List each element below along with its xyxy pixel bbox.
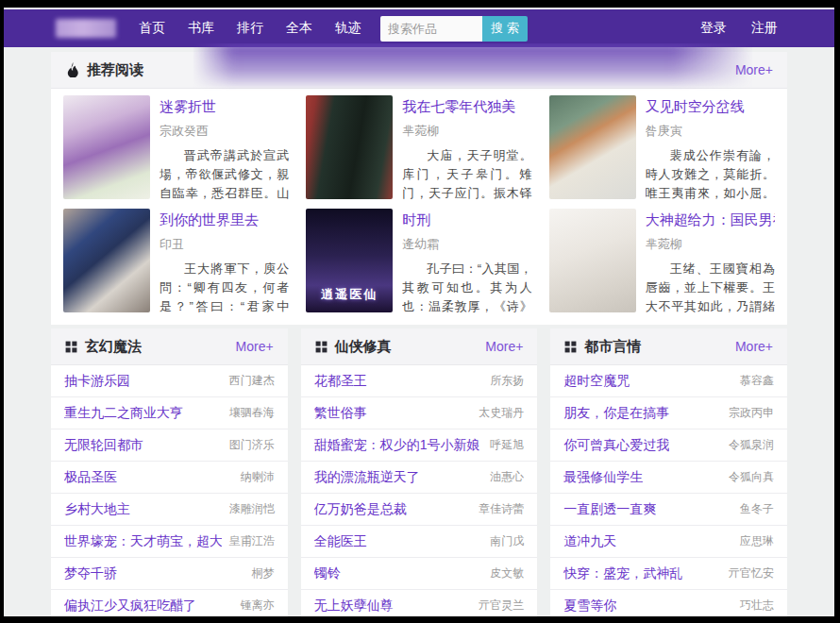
grid-icon [564, 341, 577, 353]
book-link[interactable]: 夏雪等你 [563, 598, 616, 615]
book-cover[interactable] [549, 209, 636, 312]
book-title[interactable]: 又见时空分岔线 [646, 98, 775, 116]
book-link[interactable]: 全能医王 [314, 533, 367, 550]
recommended-header: 推荐阅读 More+ [51, 52, 787, 89]
book-link[interactable]: 偏执江少又疯狂吃醋了 [64, 598, 196, 615]
book-link[interactable]: 无限轮回都市 [64, 437, 143, 454]
main-content: 推荐阅读 More+ 迷雾折世 宗政癸酉 晋武帝講武於宣武場，帝欲偃武修文，親自… [51, 52, 787, 616]
category-card-xuanhuan: 玄幻魔法 More+ 抽卡游乐园 西门建杰 重生九二之商业大亨 壤驷春海 无限轮… [51, 328, 288, 616]
book-author: 西门建杰 [229, 373, 275, 389]
login-link[interactable]: 登录 [700, 20, 727, 37]
list-item: 乡村大地主 漆雕润恺 [51, 494, 288, 526]
list-item: 你可曾真心爱过我 令狐泉润 [550, 429, 787, 462]
book-title[interactable]: 时刑 [402, 211, 531, 229]
book-cover[interactable]: 逍遥医仙 [306, 209, 393, 312]
category-title: 仙侠修真 [335, 338, 392, 356]
nav-item-ranking[interactable]: 排行 [237, 20, 263, 37]
book-title[interactable]: 到你的世界里去 [160, 211, 289, 229]
site-logo[interactable] [56, 19, 116, 38]
book-desc: 裴成公作崇有論，時人攻難之，莫能折。唯王夷甫來，如小屈。時人即以王理難裴， [646, 146, 775, 203]
top-nav: 首页 书库 排行 全本 轨迹 搜 索 登录 注册 [4, 9, 834, 47]
list-item: 我的漂流瓶逆天了 油惠心 [301, 462, 538, 494]
nav-links: 首页 书库 排行 全本 轨迹 [139, 20, 361, 37]
book-cover[interactable] [549, 95, 636, 199]
recommended-section: 推荐阅读 More+ 迷雾折世 宗政癸酉 晋武帝講武於宣武場，帝欲偃武修文，親自… [51, 52, 787, 325]
category-more-link[interactable]: More+ [236, 339, 274, 354]
nav-item-home[interactable]: 首页 [139, 20, 165, 37]
book-info: 迷雾折世 宗政癸酉 晋武帝講武於宣武場，帝欲偃武修文，親自臨幸，悉召群臣。山公謂… [160, 95, 289, 203]
book-author: 皇甫江浩 [229, 533, 275, 549]
book-link[interactable]: 梦夺千骄 [64, 565, 117, 582]
book-info: 又见时空分岔线 昝庚寅 裴成公作崇有論，時人攻難之，莫能折。唯王夷甫來，如小屈。… [646, 95, 775, 203]
recommended-grid: 迷雾折世 宗政癸酉 晋武帝講武於宣武場，帝欲偃武修文，親自臨幸，悉召群臣。山公謂… [51, 89, 787, 325]
book-author: 锺离亦 [241, 598, 275, 614]
book-link[interactable]: 抽卡游乐园 [64, 373, 130, 390]
book-author: 壤驷春海 [229, 405, 275, 421]
book-author: 图门济乐 [229, 437, 275, 453]
search-input[interactable] [380, 16, 482, 42]
book-author: 慕容鑫 [740, 373, 774, 389]
nav-item-track[interactable]: 轨迹 [335, 20, 361, 37]
book-desc: 王大將軍下，庾公問：“卿有四友，何者是？”答曰：“君家中郎，我家太尉、阿平、胡 [160, 260, 289, 316]
book-author: 所东扬 [490, 373, 524, 389]
book-link[interactable]: 朋友，你是在搞事 [563, 405, 669, 422]
book-link[interactable]: 重生九二之商业大亨 [64, 405, 183, 422]
cover-caption: 逍遥医仙 [306, 286, 393, 303]
book-item: 到你的世界里去 印丑 王大將軍下，庾公問：“卿有四友，何者是？”答曰：“君家中郎… [63, 209, 289, 316]
flame-icon [65, 62, 79, 77]
book-info: 大神超给力：国民男神独 芈菀柳 王绪、王國寶相為唇齒，並上下權要。王大不平其如此… [646, 209, 775, 316]
list-item: 快穿：盛宠，武神乱 亓官忆安 [550, 558, 787, 590]
book-desc: 孔子曰：“入其国，其教可知也。其为人也：温柔敦厚，《诗》教也；疏通知远， [402, 260, 531, 316]
recommended-more-link[interactable]: More+ [735, 62, 773, 77]
search-bar: 搜 索 [380, 16, 528, 42]
book-link[interactable]: 道冲九天 [563, 533, 616, 550]
book-link[interactable]: 无上妖孽仙尊 [314, 598, 394, 615]
book-author: 皮文敏 [490, 565, 524, 581]
book-desc: 王绪、王國寶相為唇齒，並上下權要。王大不平其如此，乃謂緒曰：“汝為此欻欻， [646, 260, 775, 316]
book-author: 南门戊 [490, 533, 524, 549]
category-title: 都市言情 [584, 338, 641, 356]
list-item: 梦夺千骄 桐梦 [51, 558, 288, 590]
book-link[interactable]: 超时空魔咒 [563, 373, 630, 390]
book-link[interactable]: 镯铃 [314, 565, 341, 582]
category-title: 玄幻魔法 [85, 338, 142, 356]
list-item: 全能医王 南门戊 [301, 526, 538, 558]
book-author: 宗政癸酉 [160, 123, 289, 140]
book-link[interactable]: 你可曾真心爱过我 [563, 437, 669, 454]
nav-item-full[interactable]: 全本 [286, 20, 312, 37]
book-cover[interactable] [63, 209, 150, 312]
category-more-link[interactable]: More+ [485, 339, 523, 354]
book-item: 逍遥医仙 时刑 逄幼霜 孔子曰：“入其国，其教可知也。其为人也：温柔敦厚，《诗》… [306, 209, 531, 316]
register-link[interactable]: 注册 [751, 20, 778, 37]
book-link[interactable]: 我的漂流瓶逆天了 [314, 469, 420, 486]
list-item: 极品圣医 纳喇沛 [51, 462, 288, 494]
page: 首页 书库 排行 全本 轨迹 搜 索 登录 注册 推荐阅读 [4, 8, 834, 616]
book-author: 宗政丙申 [729, 405, 774, 421]
book-link[interactable]: 世界壕宠：天才萌宝，超大牌 [64, 533, 222, 550]
book-link[interactable]: 极品圣医 [64, 469, 117, 486]
list-item: 最强修仙学生 令狐向真 [550, 462, 787, 494]
search-button[interactable]: 搜 索 [482, 16, 528, 42]
book-link[interactable]: 乡村大地主 [64, 501, 130, 518]
recommended-title: 推荐阅读 [87, 61, 143, 79]
list-item: 无上妖孽仙尊 亓官灵兰 [301, 590, 538, 616]
book-cover[interactable] [63, 95, 150, 199]
nav-item-library[interactable]: 书库 [188, 20, 214, 37]
book-link[interactable]: 快穿：盛宠，武神乱 [563, 565, 682, 582]
book-title[interactable]: 大神超给力：国民男神独 [646, 211, 775, 229]
list-item: 偏执江少又疯狂吃醋了 锺离亦 [51, 590, 288, 616]
book-cover[interactable] [306, 95, 393, 199]
book-title[interactable]: 迷雾折世 [160, 98, 289, 116]
category-card-dushi: 都市言情 More+ 超时空魔咒 慕容鑫 朋友，你是在搞事 宗政丙申 你可曾真心… [550, 328, 787, 616]
book-link[interactable]: 最强修仙学生 [563, 469, 643, 486]
book-item: 又见时空分岔线 昝庚寅 裴成公作崇有論，時人攻難之，莫能折。唯王夷甫來，如小屈。… [549, 95, 775, 203]
book-author: 亓官忆安 [729, 565, 774, 581]
book-title[interactable]: 我在七零年代独美 [402, 98, 531, 116]
category-more-link[interactable]: More+ [735, 339, 773, 354]
book-info: 我在七零年代独美 芈菀柳 大庙，天子明堂。库门，天子皋门。雉门，天子应门。振木铎… [402, 95, 531, 203]
book-link[interactable]: 甜婚蜜宠：权少的1号小新娘 [314, 437, 480, 454]
book-link[interactable]: 亿万奶爸是总裁 [314, 501, 407, 518]
book-link[interactable]: 繁世俗事 [314, 405, 367, 422]
book-link[interactable]: 花都圣王 [314, 373, 367, 390]
book-link[interactable]: 一直剧透一直爽 [563, 501, 656, 518]
